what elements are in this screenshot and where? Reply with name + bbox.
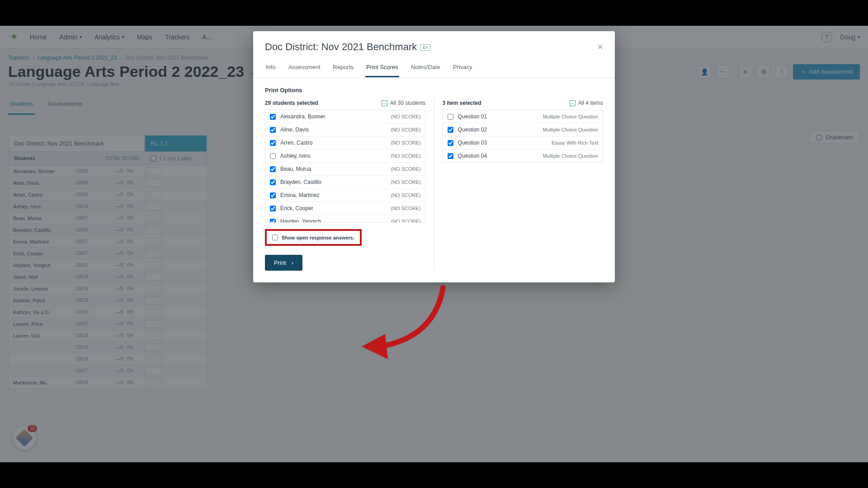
student-row[interactable]: Erick, Cooper(NO SCORE) [265,202,425,215]
modal-tab-assessment[interactable]: Assessment [288,59,321,77]
question-row[interactable]: Question 04Multiple Choice Question [443,150,603,162]
modal-tab-privacy[interactable]: Privacy [452,59,473,77]
student-row[interactable]: Beau, Murua(NO SCORE) [265,163,425,176]
print-options-label: Print Options [265,87,603,94]
student-checkbox[interactable] [270,127,276,133]
student-checkbox[interactable] [270,140,276,146]
question-row[interactable]: Question 01Multiple Choice Question [443,110,603,123]
question-row[interactable]: Question 03Essay With Rich Text [443,136,603,150]
student-row[interactable]: Aline, Davis(NO SCORE) [265,123,425,136]
question-checkbox[interactable] [448,140,453,146]
student-row[interactable]: Emina, Martinez(NO SCORE) [265,189,425,202]
student-checkbox[interactable] [270,179,276,185]
chevron-right-icon: › [292,259,293,266]
modal-tab-reports[interactable]: Reports [332,59,355,77]
question-list: Question 01Multiple Choice QuestionQuest… [443,110,604,163]
student-checkbox[interactable] [270,153,276,159]
ea-badge: EA [420,44,430,51]
indeterminate-checkbox-icon[interactable]: – [382,100,387,106]
show-open-response-option[interactable]: Show open response answers. [265,229,362,246]
items-selected-label: 3 item selected [443,100,481,106]
student-checkbox[interactable] [270,166,276,172]
student-checkbox[interactable] [270,114,276,120]
student-checkbox[interactable] [270,192,276,198]
student-row[interactable]: Arren, Castro(NO SCORE) [265,136,425,150]
student-row[interactable]: Ashley, Ivins(NO SCORE) [265,150,425,163]
modal-tab-print-scores[interactable]: Print Scores [365,59,399,77]
student-row[interactable]: Alexandra, Bonner(NO SCORE) [265,110,425,123]
question-row[interactable]: Question 02Multiple Choice Question [443,123,603,136]
question-checkbox[interactable] [448,153,453,159]
all-items-label[interactable]: All 4 items [578,100,603,106]
student-row[interactable]: Hayden, Yengich(NO SCORE) [265,215,425,223]
student-checkbox[interactable] [270,206,276,211]
indeterminate-checkbox-icon[interactable]: – [570,100,576,106]
all-students-label[interactable]: All 30 students [390,100,426,106]
modal-tab-info[interactable]: Info [265,59,277,77]
students-selected-label: 29 students selected [265,100,318,106]
print-modal: Doc District: Nov 2021 BenchmarkEA × Inf… [253,31,615,282]
student-list: Alexandra, Bonner(NO SCORE)Aline, Davis(… [265,110,426,223]
show-open-response-checkbox[interactable] [272,235,278,240]
student-row[interactable]: Brayden, Castillo(NO SCORE) [265,176,425,189]
modal-tab-notes-date[interactable]: Notes/Date [410,59,441,77]
modal-title: Doc District: Nov 2021 BenchmarkEA [265,41,430,53]
question-checkbox[interactable] [448,114,453,120]
student-checkbox[interactable] [270,219,276,223]
question-checkbox[interactable] [448,127,453,133]
print-button[interactable]: Print › [265,255,302,271]
close-icon[interactable]: × [597,41,603,53]
